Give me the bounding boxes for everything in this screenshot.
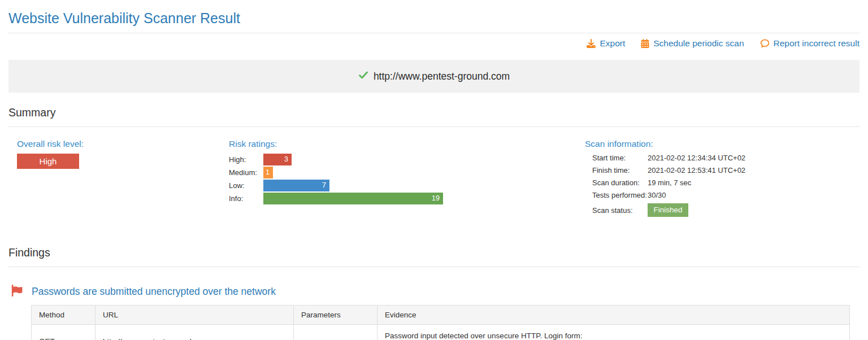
col-header-method: Method [32, 306, 96, 325]
risk-bar: 1 [263, 167, 273, 178]
risk-ratings-bars: High:3Medium:1Low:7Info:19 [229, 154, 585, 204]
risk-bar: 3 [263, 154, 292, 165]
finding-evidence-table: Method URL Parameters Evidence GET http:… [31, 305, 850, 340]
risk-bar-row-info: Info:19 [229, 193, 585, 204]
summary-heading: Summary [8, 106, 860, 127]
findings-heading: Findings [8, 246, 860, 267]
scan-information-rows: Start time: 2021-02-02 12:34:34 UTC+02 F… [585, 154, 860, 217]
export-label: Export [600, 38, 625, 49]
cell-method: GET [32, 325, 96, 340]
cell-parameters [294, 325, 377, 340]
risk-bar-row-high: High:3 [229, 154, 585, 165]
risk-bar: 19 [263, 193, 443, 204]
risk-ratings-label: Risk ratings: [229, 139, 585, 149]
summary-section: Overall risk level: High Risk ratings: H… [8, 139, 860, 221]
cell-evidence: Password input detected over unsecure HT… [377, 325, 850, 340]
risk-bar-row-low: Low:7 [229, 180, 585, 191]
scan-status-badge: Finished [648, 203, 688, 217]
risk-bar-label: Low: [229, 181, 263, 190]
cell-url: http://www.pentest-ground.com [96, 325, 294, 340]
table-header-row: Method URL Parameters Evidence [32, 306, 850, 325]
risk-ratings-column: Risk ratings: High:3Medium:1Low:7Info:19 [229, 139, 585, 221]
evidence-line: Password input detected over unsecure HT… [385, 330, 842, 340]
col-header-url: URL [96, 306, 294, 325]
target-url: http://www.pentest-ground.com [374, 71, 510, 82]
schedule-label: Schedule periodic scan [653, 38, 744, 49]
calendar-icon [641, 39, 649, 48]
table-row: GET http://www.pentest-ground.com Passwo… [32, 325, 850, 340]
scan-information-label: Scan information: [585, 139, 860, 149]
risk-bar-label: High: [229, 155, 263, 164]
overall-risk-column: Overall risk level: High [17, 139, 229, 221]
risk-bar-label: Medium: [229, 168, 263, 177]
overall-risk-label: Overall risk level: [17, 139, 229, 149]
finding-title-link[interactable]: Passwords are submitted unencrypted over… [32, 286, 276, 298]
scan-info-row-tests-performed: Tests performed: 30/30 [592, 191, 860, 199]
scan-info-row-scan-status: Scan status: Finished [592, 203, 860, 217]
report-incorrect-result-button[interactable]: Report incorrect result [760, 38, 860, 49]
risk-bar-label: Info: [229, 194, 263, 203]
check-icon [358, 71, 368, 82]
risk-bar: 7 [263, 180, 329, 191]
schedule-periodic-scan-button[interactable]: Schedule periodic scan [641, 38, 744, 49]
toolbar: Export Schedule periodic scan Report inc… [8, 33, 860, 54]
scanner-result-page: Website Vulnerability Scanner Result Exp… [0, 0, 868, 340]
report-label: Report incorrect result [774, 38, 860, 49]
scan-info-row-scan-duration: Scan duration: 19 min, 7 sec [592, 178, 860, 187]
export-button[interactable]: Export [587, 38, 625, 49]
comment-icon [760, 39, 770, 48]
scan-info-row-start-time: Start time: 2021-02-02 12:34:34 UTC+02 [592, 154, 860, 162]
risk-bar-row-medium: Medium:1 [229, 167, 585, 178]
scan-information-column: Scan information: Start time: 2021-02-02… [585, 139, 860, 221]
download-icon [587, 39, 596, 48]
target-url-bar: http://www.pentest-ground.com [8, 60, 860, 93]
scan-info-row-finish-time: Finish time: 2021-02-02 12:53:41 UTC+02 [592, 166, 860, 175]
page-title: Website Vulnerability Scanner Result [0, 0, 868, 33]
col-header-parameters: Parameters [294, 306, 377, 325]
overall-risk-badge: High [17, 154, 79, 169]
flag-icon [11, 285, 23, 299]
finding-item-header: Passwords are submitted unencrypted over… [11, 285, 860, 299]
col-header-evidence: Evidence [377, 306, 850, 325]
